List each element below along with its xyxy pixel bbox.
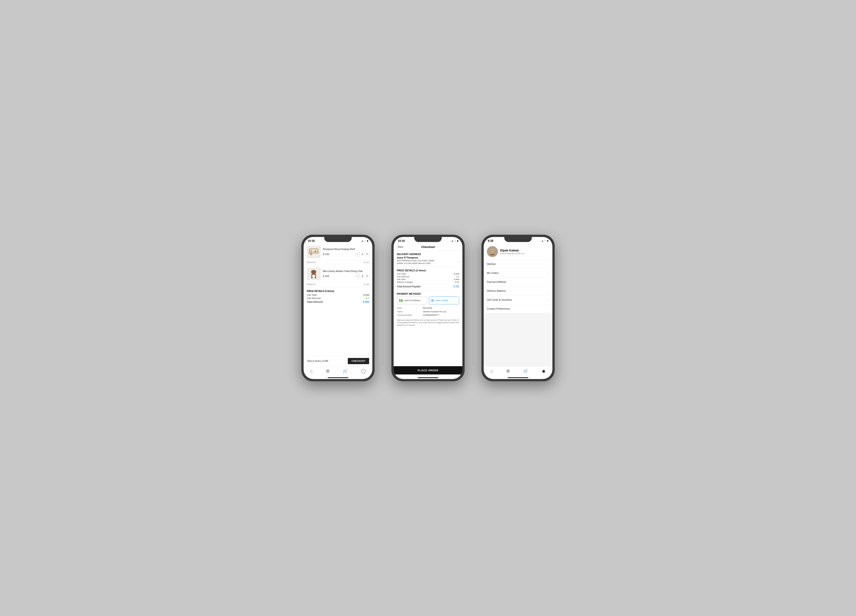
cart-total-label: Cart Total	[307, 294, 317, 296]
menu-label-delivery: Delivery Address	[487, 290, 506, 292]
svg-point-6	[314, 250, 316, 252]
nav-user-1[interactable]: ◯	[361, 368, 366, 374]
nav-grid-1[interactable]: ⊞	[326, 368, 329, 374]
menu-item-delivery[interactable]: Delivery Address ›	[484, 286, 553, 296]
avatar-svg	[487, 246, 498, 257]
address-row: 4815 Blackwell Street, Dry Creek, Alaska…	[397, 259, 459, 265]
cart-item-img-2	[307, 268, 320, 280]
status-icons-2: △ ⋮ ▮	[452, 240, 458, 242]
co-discount: Cart Discount - $ 0	[397, 276, 459, 278]
menu-label-orders: My Orders	[487, 271, 499, 274]
co-delivery-val: $ 25	[455, 281, 459, 283]
bank-row: Bank: BNG Bank	[397, 306, 459, 310]
svg-rect-8	[311, 270, 316, 274]
item-price-1: $ 160	[323, 253, 329, 256]
cart-screen: Reclaimed Wood Floating Shelf $ 160 − 1 …	[303, 243, 372, 379]
battery-icon: ▮	[367, 240, 368, 242]
bank-transfer-option[interactable]: 🏛 Bank Transfer	[429, 297, 459, 304]
price-details-title: PRICE DETAILS (2 Items)	[307, 290, 369, 293]
nav-grid-3[interactable]: ⊞	[507, 368, 510, 374]
bottom-nav-1: ⌂ ⊞ 🛒 ◯	[303, 367, 372, 374]
divider-1	[383, 251, 383, 365]
profile-screen: Dipak Katwal katwal.dipak@hotmail.com Wi…	[484, 243, 553, 379]
co-subtotal: Sub Total $ 698	[397, 278, 459, 280]
svg-rect-12	[311, 277, 313, 278]
remove-label-2[interactable]: REMOVE	[307, 283, 316, 285]
wifi-icon: ⋮	[364, 240, 366, 242]
back-button[interactable]: ‹ Back	[397, 246, 403, 248]
svg-rect-7	[310, 253, 312, 255]
battery-icon-3: ▮	[547, 240, 548, 242]
svg-rect-9	[311, 274, 316, 274]
qty-minus-2[interactable]: −	[356, 274, 360, 278]
phone-profile: 9:28 △ ⋮ ▮	[481, 235, 555, 381]
co-discount-val: - $ 0	[455, 276, 459, 278]
qty-plus-1[interactable]: +	[365, 252, 369, 256]
menu-chevron-wishlist: ›	[548, 263, 549, 265]
menu-chevron-delivery: ›	[548, 290, 549, 292]
qty-minus-1[interactable]: −	[356, 252, 360, 256]
name-field-val: Vermont Furniture Pvt. Ltd.	[423, 310, 459, 314]
bottom-bar-2	[394, 374, 462, 379]
cash-on-delivery-option[interactable]: 💵 Cash On Delivery	[397, 297, 427, 304]
cart-item-remove-1: REMOVE $ 160	[303, 261, 372, 265]
svg-rect-5	[313, 251, 314, 253]
svg-rect-3	[317, 249, 318, 253]
menu-item-orders[interactable]: My Orders ›	[484, 269, 553, 277]
shelf-svg	[308, 246, 320, 258]
profile-info: Dipak Katwal katwal.dipak@hotmail.com	[500, 249, 525, 255]
nav-home-3[interactable]: ⌂	[491, 369, 493, 374]
battery-icon-2: ▮	[457, 240, 458, 242]
home-indicator-3	[508, 377, 528, 378]
item-name-2: Mid-Century Modern Petal Dining Chair	[323, 270, 369, 273]
delivery-address-section: DELIVERY ADDRESS Joyce R Thompson 4815 B…	[397, 253, 459, 267]
qty-plus-2[interactable]: +	[365, 274, 369, 278]
nav-user-3[interactable]: ◉	[542, 368, 545, 374]
signal-icon: △	[362, 240, 363, 242]
co-cart-total-label: Cart Total	[397, 273, 406, 275]
bank-table: Bank: BNG Bank Name: Vermont Furniture P…	[397, 306, 459, 317]
cart-item-remove-2: REMOVE $ 538	[303, 283, 372, 287]
nav-home-1[interactable]: ⌂	[310, 369, 313, 374]
status-icons-1: △ ⋮ ▮	[362, 240, 368, 242]
checkout-price-details: PRICE DETAILS (2 Items) Cart Total $ 698…	[397, 269, 459, 290]
item-subtotal-2: $ 538	[364, 283, 369, 285]
address-chevron[interactable]: ›	[458, 260, 459, 263]
svg-rect-2	[309, 249, 310, 253]
checkout-button[interactable]: CHECKOUT	[348, 358, 369, 364]
cart-item-details-1: Reclaimed Wood Floating Shelf $ 160 − 1 …	[323, 248, 369, 256]
notch-2	[414, 237, 442, 242]
nav-cart-3[interactable]: 🛒	[523, 368, 528, 374]
item-name-1: Reclaimed Wood Floating Shelf	[323, 248, 369, 251]
menu-chevron-giftcards: ›	[548, 298, 549, 301]
total-amount-val: $ 698	[363, 300, 369, 303]
notch-3	[504, 237, 532, 242]
place-order-button[interactable]: PLACE ORDER	[394, 366, 462, 374]
home-indicator-1	[328, 377, 348, 378]
qty-val-1: 1	[362, 253, 363, 256]
menu-label-giftcards: Gift Cards & Vouchers	[487, 298, 512, 301]
cart-footer: Total (2 items): $ 698 CHECKOUT	[303, 356, 372, 367]
item-price-2: $ 269	[323, 275, 329, 277]
qty-control-2[interactable]: − 2 +	[356, 274, 369, 278]
checkout-screen: ‹ Back Checkout DELIVERY ADDRESS Joyce R…	[394, 243, 462, 379]
profile-footer-bg	[484, 313, 553, 367]
qty-control-1[interactable]: − 1 +	[356, 252, 369, 256]
cart-item-img-1	[307, 246, 320, 258]
nav-cart-1[interactable]: 🛒	[343, 368, 348, 374]
phones-container: 10:16 △ ⋮ ▮	[301, 235, 555, 381]
menu-item-contact[interactable]: Contact Preferences ›	[484, 304, 553, 313]
avatar	[487, 246, 498, 257]
time-2: 10:16	[398, 239, 405, 242]
menu-item-wishlist[interactable]: Wishlist ›	[484, 260, 553, 269]
account-field-label: Account Number:	[397, 314, 422, 317]
menu-item-giftcards[interactable]: Gift Cards & Vouchers ›	[484, 296, 553, 304]
cart-item-1: Reclaimed Wood Floating Shelf $ 160 − 1 …	[303, 243, 372, 261]
time-3: 9:28	[488, 239, 493, 242]
address-name: Joyce R Thompson	[397, 256, 459, 259]
remove-label-1[interactable]: REMOVE	[307, 261, 316, 263]
menu-chevron-payment: ›	[548, 280, 549, 283]
menu-item-payment[interactable]: Payment Method ›	[484, 277, 553, 286]
phone-checkout: 10:16 △ ⋮ ▮ ‹ Back Checkout	[391, 235, 465, 381]
wifi-icon-2: ⋮	[454, 240, 456, 242]
